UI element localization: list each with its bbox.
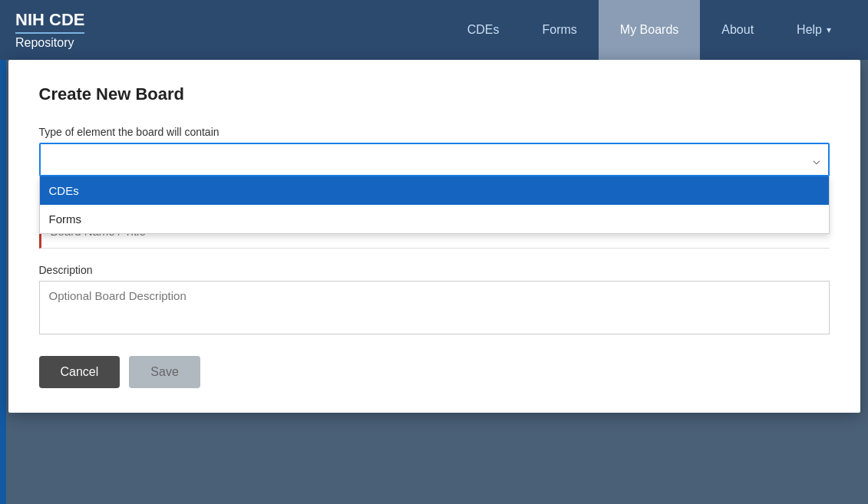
dialog-footer: Cancel Save <box>39 356 830 388</box>
save-button[interactable]: Save <box>129 356 200 388</box>
dialog-title: Create New Board <box>39 84 830 104</box>
type-select-wrapper: CDEs Forms ⌵ CDEs Forms <box>39 143 830 176</box>
logo-line1: NIH CDE <box>15 10 84 33</box>
type-select[interactable]: CDEs Forms <box>39 143 830 176</box>
type-form-group: Type of element the board will contain C… <box>39 126 830 176</box>
modal-overlay: Create New Board Type of element the boa… <box>0 60 868 504</box>
nav-cdes[interactable]: CDEs <box>446 0 521 60</box>
main-nav: CDEs Forms My Boards About Help ▾ <box>446 0 853 60</box>
type-dropdown-options: CDEs Forms <box>39 176 830 234</box>
create-board-dialog: Create New Board Type of element the boa… <box>8 60 860 413</box>
nav-about[interactable]: About <box>700 0 775 60</box>
help-chevron-icon: ▾ <box>827 25 831 35</box>
description-label: Description <box>39 264 830 276</box>
cancel-button[interactable]: Cancel <box>39 356 120 388</box>
app-logo: NIH CDE Repository <box>15 10 84 50</box>
nav-help[interactable]: Help ▾ <box>775 0 853 60</box>
page-background: Create New Board Type of element the boa… <box>0 60 868 504</box>
option-forms[interactable]: Forms <box>40 205 829 233</box>
type-label: Type of element the board will contain <box>39 126 830 138</box>
nav-forms[interactable]: Forms <box>520 0 598 60</box>
app-header: NIH CDE Repository CDEs Forms My Boards … <box>0 0 868 60</box>
description-form-group: Description <box>39 264 830 338</box>
option-cdes[interactable]: CDEs <box>40 176 829 205</box>
nav-my-boards[interactable]: My Boards <box>599 0 700 60</box>
description-textarea[interactable] <box>39 281 830 334</box>
logo-line2: Repository <box>15 35 84 50</box>
